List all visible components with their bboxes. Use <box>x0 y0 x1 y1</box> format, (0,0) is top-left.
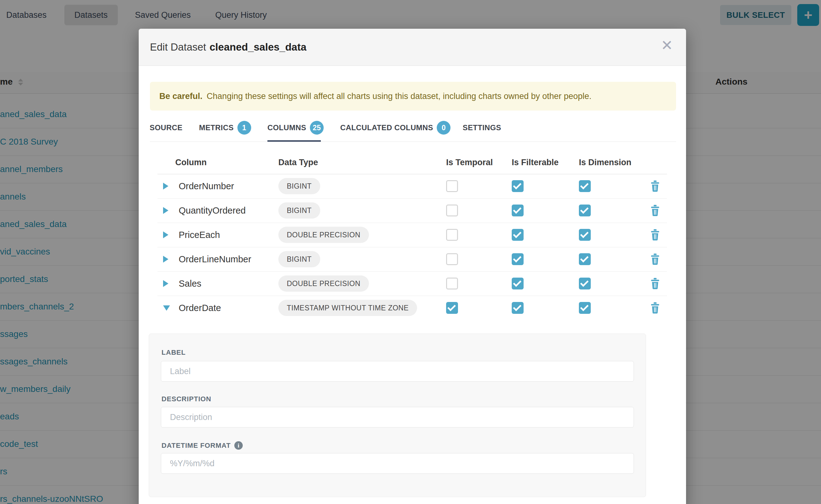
column-header-data-type: Data Type <box>278 158 318 167</box>
tab-source[interactable]: SOURCE <box>150 118 182 138</box>
column-row-OrderDate: OrderDateTIMESTAMP WITHOUT TIME ZONE <box>139 296 686 320</box>
tabs-divider <box>150 141 676 142</box>
column-name: OrderLineNumber <box>179 254 251 264</box>
column-detail-panel: LABELDESCRIPTIONDATETIME FORMATi <box>149 334 646 497</box>
tab-label: METRICS <box>199 123 234 132</box>
field-label-description: DESCRIPTION <box>161 395 211 403</box>
expand-caret-icon[interactable] <box>163 256 168 263</box>
data-type-pill: TIMESTAMP WITHOUT TIME ZONE <box>278 300 417 316</box>
tab-label: SETTINGS <box>463 123 501 132</box>
column-name: QuantityOrdered <box>179 205 245 216</box>
expand-caret-icon[interactable] <box>163 231 168 238</box>
tab-settings[interactable]: SETTINGS <box>463 118 501 138</box>
field-label-datetime-format: DATETIME FORMATi <box>161 441 243 450</box>
is-dimension-checkbox[interactable] <box>579 253 591 265</box>
is-temporal-checkbox[interactable] <box>446 180 458 192</box>
column-row-OrderLineNumber: OrderLineNumberBIGINT <box>139 247 686 271</box>
is-dimension-checkbox[interactable] <box>579 302 591 314</box>
field-label-text: DATETIME FORMAT <box>161 442 230 450</box>
is-dimension-checkbox[interactable] <box>579 278 591 289</box>
data-type-pill: DOUBLE PRECISION <box>278 275 369 292</box>
warning-text: Changing these settings will affect all … <box>207 91 592 101</box>
delete-column-trash-icon[interactable] <box>650 302 660 315</box>
tab-count-badge: 0 <box>437 121 451 135</box>
data-type-pill: BIGINT <box>278 202 320 219</box>
screen: DatabasesDatasetsSaved QueriesQuery Hist… <box>0 0 821 504</box>
modal-title-dataset-name: cleaned_sales_data <box>210 41 306 53</box>
tab-label: COLUMNS <box>267 123 306 132</box>
delete-column-trash-icon[interactable] <box>650 180 660 193</box>
description-input[interactable] <box>161 407 634 427</box>
is-temporal-checkbox[interactable] <box>446 205 458 216</box>
edit-dataset-modal: Edit Dataset cleaned_sales_data ✕ Be car… <box>139 29 686 504</box>
field-label-label: LABEL <box>161 348 185 357</box>
field-label-text: LABEL <box>161 348 185 357</box>
is-dimension-checkbox[interactable] <box>579 229 591 241</box>
column-header-is-temporal: Is Temporal <box>446 158 493 167</box>
column-name: Sales <box>179 279 201 289</box>
warning-bold: Be careful. <box>159 91 202 101</box>
is-dimension-checkbox[interactable] <box>579 205 591 216</box>
datetime-format-input[interactable] <box>161 453 634 474</box>
is-temporal-checkbox[interactable] <box>446 302 458 314</box>
warning-banner: Be careful. Changing these settings will… <box>150 82 676 111</box>
tab-label: SOURCE <box>150 123 182 132</box>
active-tab-underline <box>267 140 321 142</box>
modal-title: Edit Dataset cleaned_sales_data <box>150 29 306 66</box>
column-row-Sales: SalesDOUBLE PRECISION <box>139 271 686 296</box>
data-type-pill: BIGINT <box>278 178 320 194</box>
tab-count-badge: 1 <box>237 121 251 135</box>
field-label-text: DESCRIPTION <box>161 395 211 403</box>
tab-label: CALCULATED COLUMNS <box>340 123 433 132</box>
column-row-QuantityOrdered: QuantityOrderedBIGINT <box>139 198 686 223</box>
delete-column-trash-icon[interactable] <box>650 278 660 291</box>
data-type-pill: BIGINT <box>278 251 320 267</box>
tab-calculated-columns[interactable]: CALCULATED COLUMNS0 <box>340 118 451 138</box>
label-input[interactable] <box>161 361 634 382</box>
is-filterable-checkbox[interactable] <box>512 278 524 289</box>
is-filterable-checkbox[interactable] <box>512 229 524 241</box>
modal-title-prefix: Edit Dataset <box>150 41 206 53</box>
close-icon[interactable]: ✕ <box>661 38 673 52</box>
is-temporal-checkbox[interactable] <box>446 278 458 289</box>
expand-caret-icon[interactable] <box>163 207 168 214</box>
tab-count-badge: 25 <box>310 121 324 135</box>
is-filterable-checkbox[interactable] <box>512 180 524 192</box>
column-row-PriceEach: PriceEachDOUBLE PRECISION <box>139 223 686 247</box>
is-filterable-checkbox[interactable] <box>512 302 524 314</box>
column-name: OrderNumber <box>179 181 234 191</box>
is-dimension-checkbox[interactable] <box>579 180 591 192</box>
is-filterable-checkbox[interactable] <box>512 205 524 216</box>
delete-column-trash-icon[interactable] <box>650 205 660 218</box>
column-header-column: Column <box>175 158 207 167</box>
expand-caret-icon[interactable] <box>163 183 168 190</box>
is-temporal-checkbox[interactable] <box>446 253 458 265</box>
column-row-OrderNumber: OrderNumberBIGINT <box>139 174 686 198</box>
info-icon[interactable]: i <box>234 441 243 450</box>
delete-column-trash-icon[interactable] <box>650 229 660 242</box>
expand-caret-icon[interactable] <box>163 280 168 287</box>
column-header-is-filterable: Is Filterable <box>512 158 559 167</box>
modal-header: Edit Dataset cleaned_sales_data ✕ <box>139 29 686 66</box>
data-type-pill: DOUBLE PRECISION <box>278 227 369 243</box>
tab-columns[interactable]: COLUMNS25 <box>267 118 324 138</box>
tab-metrics[interactable]: METRICS1 <box>199 118 251 138</box>
collapse-caret-icon[interactable] <box>163 305 170 311</box>
delete-column-trash-icon[interactable] <box>650 253 660 266</box>
column-header-is-dimension: Is Dimension <box>579 158 631 167</box>
column-name: PriceEach <box>179 230 220 240</box>
column-name: OrderDate <box>179 303 221 313</box>
is-temporal-checkbox[interactable] <box>446 229 458 241</box>
is-filterable-checkbox[interactable] <box>512 253 524 265</box>
